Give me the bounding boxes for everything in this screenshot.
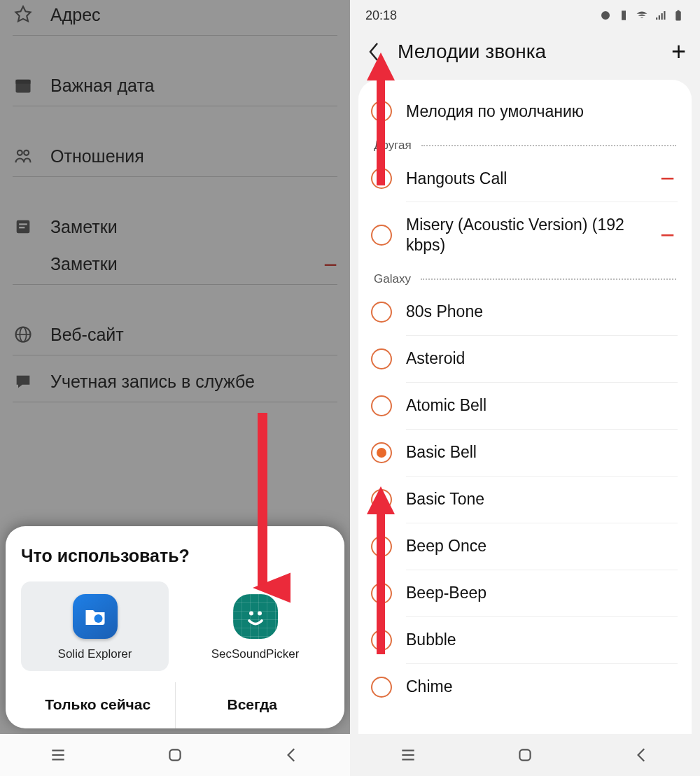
ringtone-item[interactable]: Beep-Beep: [358, 570, 692, 616]
ringtone-item[interactable]: Basic Bell: [358, 430, 692, 476]
battery-icon: [672, 9, 685, 22]
ringtone-label: Bubble: [406, 630, 675, 650]
ringtone-label: Beep Once: [406, 536, 675, 556]
ringtone-label: Beep-Beep: [406, 583, 675, 603]
radio-icon[interactable]: [371, 225, 392, 246]
radio-icon[interactable]: [371, 442, 392, 463]
radio-icon[interactable]: [371, 489, 392, 510]
svg-rect-18: [676, 11, 681, 21]
button-always[interactable]: Всегда: [175, 682, 330, 728]
svg-rect-16: [169, 749, 180, 760]
ringtone-label: Basic Bell: [406, 442, 675, 463]
section-header-galaxy: Galaxy: [358, 268, 692, 289]
radio-icon[interactable]: [371, 168, 392, 189]
system-nav-bar: [0, 734, 350, 776]
solid-explorer-icon: [73, 594, 118, 639]
left-screenshot: Адрес Важная дата Отношения Заметки Заме…: [0, 0, 350, 776]
alarm-icon: [599, 9, 612, 22]
app-option-solid-explorer[interactable]: Solid Explorer: [21, 581, 169, 671]
ringtone-label: Misery (Acoustic Version) (192 kbps): [406, 215, 646, 255]
radio-icon[interactable]: [371, 302, 392, 323]
ringtone-item[interactable]: Basic Tone: [358, 477, 692, 523]
vibrate-icon: [617, 9, 630, 22]
signal-icon: [654, 9, 666, 22]
radio-icon[interactable]: [371, 348, 392, 369]
status-bar: 20:18: [350, 0, 700, 31]
app-option-secsoundpicker[interactable]: SecSoundPicker: [181, 581, 329, 671]
nav-home-icon[interactable]: [514, 745, 536, 766]
app-label: SecSoundPicker: [211, 647, 300, 661]
ringtone-item[interactable]: Atomic Bell: [358, 383, 692, 429]
ringtone-label: Мелодия по умолчанию: [406, 101, 675, 122]
nav-back-icon[interactable]: [631, 745, 652, 766]
ringtone-item[interactable]: 80s Phone: [358, 289, 692, 335]
ringtone-item[interactable]: Beep Once: [358, 523, 692, 570]
system-nav-bar: [350, 734, 700, 776]
sheet-title: Что использовать?: [21, 546, 329, 566]
nav-recents-icon[interactable]: [48, 745, 69, 766]
ringtone-item[interactable]: Asteroid: [358, 336, 692, 382]
ringtone-label: Asteroid: [406, 348, 675, 369]
svg-point-12: [258, 612, 262, 616]
radio-icon[interactable]: [371, 536, 392, 557]
wifi-icon: [636, 9, 648, 22]
secsoundpicker-icon: [233, 594, 278, 639]
ringtone-list: Мелодия по умолчанию Другая Hangouts Cal…: [358, 80, 692, 764]
section-header-other: Другая: [358, 134, 692, 155]
screen-header: Мелодии звонка +: [350, 31, 700, 80]
svg-rect-19: [678, 10, 680, 12]
nav-back-icon[interactable]: [281, 745, 302, 766]
open-with-sheet: Что использовать? Solid Explorer SecSoun…: [6, 526, 344, 728]
ringtone-default[interactable]: Мелодия по умолчанию: [358, 88, 692, 134]
right-screenshot: 20:18 Мелодии звонка + Мелодия по умолча…: [350, 0, 700, 776]
ringtone-label: Atomic Bell: [406, 395, 675, 416]
nav-recents-icon[interactable]: [398, 745, 419, 766]
svg-point-11: [249, 612, 253, 616]
ringtone-label: Chime: [406, 677, 675, 697]
ringtone-label: Basic Tone: [406, 489, 675, 509]
back-button[interactable]: [364, 42, 384, 62]
radio-icon[interactable]: [371, 583, 392, 604]
status-time: 20:18: [365, 8, 397, 23]
ringtone-label: Hangouts Call: [406, 169, 646, 189]
ringtone-item[interactable]: Misery (Acoustic Version) (192 kbps)−: [358, 202, 692, 268]
ringtone-item[interactable]: Chime: [358, 664, 692, 710]
button-just-once[interactable]: Только сейчас: [21, 682, 175, 728]
page-title: Мелодии звонка: [398, 41, 657, 63]
status-icons: [599, 9, 685, 22]
ringtone-label: 80s Phone: [406, 302, 675, 322]
ringtone-item[interactable]: Bubble: [358, 617, 692, 663]
svg-rect-23: [519, 749, 530, 760]
section-label: Другая: [374, 139, 412, 153]
svg-point-10: [94, 614, 102, 623]
nav-home-icon[interactable]: [164, 745, 186, 766]
radio-icon[interactable]: [371, 101, 392, 122]
radio-icon[interactable]: [371, 677, 392, 698]
ringtone-item[interactable]: Hangouts Call−: [358, 155, 692, 202]
radio-icon[interactable]: [371, 395, 392, 416]
section-label: Galaxy: [374, 272, 411, 286]
app-label: Solid Explorer: [58, 647, 132, 661]
radio-icon[interactable]: [371, 630, 392, 651]
